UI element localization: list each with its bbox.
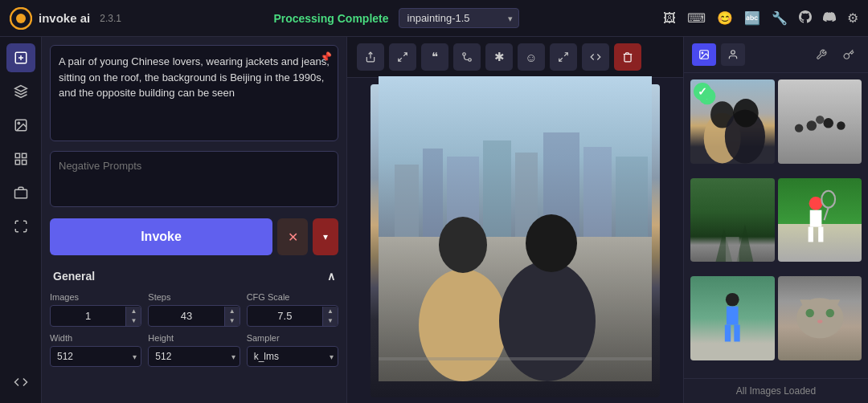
center-toolbar: ❝ ✱ ☺ (347, 37, 683, 78)
sampler-select-wrapper[interactable]: k_lmsk_dpm_2k_eulerk_heun (247, 346, 338, 367)
steps-up[interactable]: ▲ (225, 307, 240, 316)
discord-icon[interactable] (823, 10, 836, 26)
general-label: General (53, 270, 95, 283)
text-icon[interactable]: 🔤 (744, 10, 760, 26)
settings-icon[interactable]: ⚙ (847, 10, 858, 26)
sidebar-item-layers[interactable] (6, 77, 35, 106)
right-panel: ✓ (683, 37, 868, 403)
svg-rect-23 (616, 157, 648, 237)
steps-input[interactable] (149, 306, 223, 326)
face-icon[interactable]: 😊 (717, 10, 733, 26)
height-select-wrapper[interactable]: 5127681024 (148, 346, 240, 367)
invoke-dropdown-button[interactable]: ▾ (313, 218, 338, 255)
svg-rect-46 (809, 210, 821, 226)
code-button[interactable] (582, 43, 609, 71)
svg-rect-47 (808, 226, 813, 242)
sidebar-item-gallery[interactable] (6, 178, 35, 207)
images-up[interactable]: ▲ (126, 307, 141, 316)
svg-point-60 (817, 320, 822, 324)
images-down[interactable]: ▼ (126, 316, 141, 326)
gallery-item[interactable]: ✓ (690, 79, 775, 164)
cfg-up[interactable]: ▲ (323, 307, 338, 316)
width-select[interactable]: 5127681024 (50, 346, 141, 367)
svg-point-41 (816, 116, 824, 124)
svg-point-27 (499, 261, 596, 381)
delete-button[interactable] (614, 43, 641, 71)
svg-point-28 (526, 214, 577, 272)
negative-prompt-textarea[interactable] (50, 151, 338, 207)
height-label: Height (148, 333, 240, 343)
model-select[interactable]: inpainting-1.5 stable-diffusion-1.5 (399, 8, 519, 28)
steps-spinners: ▲ ▼ (224, 307, 240, 326)
svg-point-36 (733, 99, 758, 128)
height-param: Height 5127681024 (148, 333, 240, 367)
asterisk-button[interactable]: ✱ (485, 43, 513, 71)
topbar-icons: 🖼 ⌨ 😊 🔤 🔧 ⚙ (663, 10, 858, 26)
pin-icon[interactable]: 📌 (320, 51, 332, 63)
image-icon[interactable]: 🖼 (663, 11, 676, 26)
svg-point-49 (821, 190, 835, 207)
gallery-item[interactable] (778, 178, 862, 263)
logo-icon (10, 7, 32, 30)
logo-area: invoke ai 2.3.1 (10, 7, 121, 30)
expand-button[interactable] (389, 43, 416, 71)
gallery-item[interactable] (778, 276, 862, 360)
all-images-loaded-text: All Images Loaded (736, 385, 816, 397)
wrench-action-btn[interactable] (810, 43, 833, 66)
quote-button[interactable]: ❝ (421, 43, 448, 71)
right-panel-tabs (692, 43, 745, 66)
model-select-wrapper[interactable]: inpainting-1.5 stable-diffusion-1.5 (399, 8, 519, 28)
svg-text:✓: ✓ (703, 92, 712, 103)
svg-point-39 (806, 120, 817, 131)
gallery-item[interactable] (690, 178, 775, 263)
svg-point-56 (805, 309, 813, 317)
height-select[interactable]: 5127681024 (148, 346, 240, 367)
prompt-textarea[interactable]: A pair of young Chinese lovers, wearing … (50, 45, 338, 141)
gallery-item[interactable] (778, 79, 862, 164)
sidebar-item-grid[interactable] (6, 145, 35, 173)
svg-line-50 (824, 207, 828, 220)
svg-rect-53 (725, 325, 731, 342)
sidebar-item-generate[interactable] (6, 43, 35, 72)
svg-point-42 (794, 124, 802, 132)
svg-point-4 (18, 122, 19, 124)
images-param: Images ▲ ▼ (50, 292, 141, 327)
images-label: Images (50, 292, 141, 302)
svg-rect-17 (423, 149, 443, 237)
general-section-header[interactable]: General ∧ (50, 263, 338, 289)
sampler-select[interactable]: k_lmsk_dpm_2k_eulerk_heun (247, 346, 338, 367)
invoke-button[interactable]: Invoke (50, 218, 272, 255)
images-input[interactable] (51, 306, 125, 326)
width-param: Width 5127681024 (50, 333, 141, 367)
gallery-item[interactable] (690, 276, 775, 360)
sidebar-item-arrows[interactable] (6, 212, 35, 241)
cfg-spinners: ▲ ▼ (322, 307, 338, 326)
prompt-container: A pair of young Chinese lovers, wearing … (50, 45, 338, 145)
processing-status: Processing Complete (273, 12, 388, 25)
fit-button[interactable] (550, 43, 577, 71)
emoji-button[interactable]: ☺ (518, 43, 545, 71)
width-select-wrapper[interactable]: 5127681024 (50, 346, 141, 367)
tab-person[interactable] (721, 43, 745, 66)
steps-input-wrapper: ▲ ▼ (148, 305, 240, 327)
pin-action-btn[interactable] (837, 43, 860, 66)
fork-button[interactable] (453, 43, 481, 71)
cfg-down[interactable]: ▼ (323, 316, 338, 326)
cfg-input[interactable] (248, 306, 322, 326)
main-image (371, 84, 660, 397)
wrench-icon[interactable]: 🔧 (772, 10, 788, 26)
keyboard-icon[interactable]: ⌨ (687, 10, 706, 26)
svg-point-32 (731, 51, 735, 55)
sidebar-item-image[interactable] (6, 111, 35, 140)
collapse-icon: ∧ (327, 270, 335, 283)
github-icon[interactable] (799, 10, 812, 26)
tab-images[interactable] (692, 43, 716, 66)
svg-point-12 (463, 53, 466, 56)
svg-rect-48 (818, 226, 823, 242)
sidebar-item-code[interactable] (6, 368, 35, 397)
cancel-button[interactable]: ✕ (277, 218, 308, 255)
gallery-footer: All Images Loaded (684, 378, 868, 403)
width-label: Width (50, 333, 141, 343)
steps-down[interactable]: ▼ (225, 316, 240, 326)
share-button[interactable] (357, 43, 384, 71)
